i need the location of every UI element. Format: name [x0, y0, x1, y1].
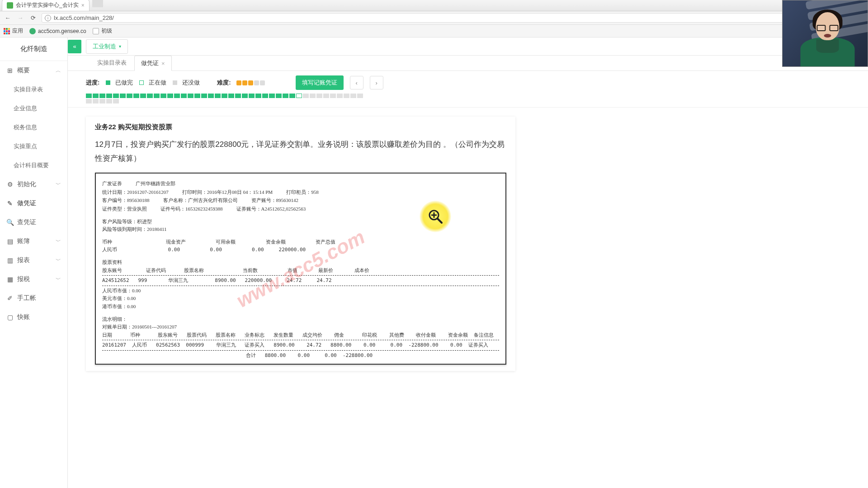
value: 958	[311, 189, 319, 195]
url-text: lx.acc5.com/main_228/	[54, 14, 114, 21]
new-tab-button[interactable]	[92, 0, 103, 7]
nav-label: 概要	[17, 66, 30, 75]
nav-make-voucher[interactable]: ✎ 做凭证	[0, 194, 67, 213]
tab-practice-list[interactable]: 实操目录表	[90, 55, 133, 70]
nav-manual[interactable]: ✐ 手工帐	[0, 289, 67, 308]
nav-label: 初始化	[17, 180, 36, 188]
sidebar-collapse-button[interactable]: «	[68, 40, 81, 53]
task-title: 业务22 购买短期投资股票	[95, 123, 506, 131]
label: 打印柜员：	[286, 189, 311, 195]
legend-doing-icon	[139, 80, 144, 85]
stock-header: 股东账号 证券代码 股票名称 当前数 市值 最新价 成本价	[102, 267, 499, 275]
next-task-button[interactable]: ›	[370, 76, 383, 89]
value: 20161207-20161207	[127, 189, 169, 195]
browser-tab[interactable]: 会计学堂实操中心_会计实 ×	[2, 0, 90, 11]
nav-label: 报税	[17, 275, 30, 283]
value: 积进型	[137, 219, 152, 224]
legend-done-label: 已做完	[115, 79, 133, 87]
mkt-hkd: 港币市值：0.00	[102, 303, 499, 311]
flow-header: 日期 币种 股东账号 股票代码 股票名称 业务标志 发生数量 成交均价 佣金 印…	[102, 331, 499, 339]
chevron-down-icon: ﹀	[56, 181, 61, 188]
site-info-icon[interactable]: i	[45, 15, 51, 21]
bookmark-label: 初级	[101, 27, 112, 35]
label: 客户名称：	[163, 197, 188, 203]
tax-icon: ▦	[6, 276, 14, 283]
reload-icon[interactable]: ⟳	[29, 14, 37, 22]
progress-bar[interactable]	[86, 94, 366, 103]
task-card: 业务22 购买短期投资股票 12月7日，投资户购买广发行的股票228800元，详…	[86, 117, 515, 371]
task-description: 12月7日，投资户购买广发行的股票228800元，详见证券交割单。业务说明：该股…	[95, 138, 506, 165]
nav-key-points[interactable]: 实操重点	[0, 137, 67, 156]
prev-task-button[interactable]: ‹	[350, 76, 363, 89]
value: 2016年12月08日 04：15:14 PM	[207, 189, 273, 195]
address-bar[interactable]: i lx.acc5.com/main_228/	[42, 13, 864, 23]
tab-label: 做凭证	[141, 59, 159, 67]
label: 证件号码：	[160, 206, 185, 211]
nav-label: 手工帐	[17, 294, 36, 302]
difficulty-label: 难度:	[217, 79, 231, 87]
nav-overview[interactable]: ⊞ 概要 ︿	[0, 61, 67, 80]
apps-label: 应用	[12, 27, 23, 35]
value: 广州古兴化纤有限公司	[188, 197, 238, 203]
nav-ledger[interactable]: ▤ 账簿 ﹀	[0, 232, 67, 251]
tab-close-icon[interactable]: ×	[161, 60, 165, 67]
value: 20160501---20161207	[132, 324, 177, 329]
bookmark-gensee[interactable]: acc5com.gensee.co	[29, 28, 86, 34]
progress-label: 进度:	[86, 79, 99, 87]
apps-icon	[4, 28, 10, 34]
bookmark-primary[interactable]: 初级	[93, 27, 112, 35]
report-icon: ▥	[6, 257, 14, 264]
stock-row: A24512652 999 华润三九 8900.00 220000.00 24.…	[102, 277, 499, 285]
tab-label: 实操目录表	[97, 59, 127, 67]
file-icon	[93, 28, 99, 34]
label: 对账单日期：	[102, 324, 132, 329]
doc-icon: ▢	[6, 314, 14, 321]
nav-init[interactable]: ⚙ 初始化 ﹀	[0, 175, 67, 194]
chevron-down-icon: ﹀	[56, 276, 61, 283]
sidebar-title: 化纤制造	[0, 38, 67, 61]
back-icon[interactable]: ←	[4, 14, 12, 22]
nav-tax[interactable]: ▦ 报税 ﹀	[0, 270, 67, 289]
fill-voucher-button[interactable]: 填写记账凭证	[296, 75, 344, 90]
flow-totals: 合计 8800.00 0.00 0.00 -228800.00	[102, 352, 499, 360]
chevron-up-icon: ︿	[56, 67, 61, 75]
nav-tax-info[interactable]: 税务信息	[0, 118, 67, 137]
category-select[interactable]: 工业制造 ▾	[86, 39, 128, 54]
nav-lookup-voucher[interactable]: 🔍 查凭证	[0, 213, 67, 232]
nav-label: 报表	[17, 256, 30, 264]
chevron-down-icon: ▾	[119, 44, 121, 49]
value: 895630188	[127, 197, 150, 203]
label: 风险等级到期时间：	[102, 226, 147, 232]
tab-voucher[interactable]: 做凭证 ×	[134, 56, 172, 71]
nav-quick[interactable]: ▢ 快账	[0, 308, 67, 327]
legend-doing-label: 正在做	[149, 79, 166, 87]
pen-icon: ✐	[6, 295, 14, 302]
nav-company-info[interactable]: 企业信息	[0, 99, 67, 118]
nav-label: 做凭证	[17, 199, 36, 207]
gear-icon: ⚙	[6, 181, 14, 188]
legend-done-icon	[106, 80, 110, 85]
value: 营业执照	[127, 206, 147, 211]
value: 165326232459388	[185, 206, 223, 211]
category-label: 工业制造	[93, 42, 116, 51]
nav-practice-list[interactable]: 实操目录表	[0, 80, 67, 99]
difficulty-stars	[236, 80, 265, 85]
label: 统计日期：	[102, 189, 127, 195]
nav-label: 查凭证	[17, 218, 36, 226]
legend-todo-label: 还没做	[182, 79, 200, 87]
forward-icon[interactable]: →	[16, 14, 24, 22]
apps-button[interactable]: 应用	[4, 27, 23, 35]
chevron-down-icon: ﹀	[56, 257, 61, 264]
nav-label: 快账	[17, 313, 30, 321]
value: 895630142	[276, 197, 299, 203]
nav-report[interactable]: ▥ 报表 ﹀	[0, 251, 67, 270]
nav-subjects[interactable]: 会计科目概要	[0, 156, 67, 175]
label: 客户风险等级：	[102, 219, 137, 224]
label: 客户编号：	[102, 197, 127, 203]
value: 20180411	[147, 226, 167, 232]
nav-label: 实操目录表	[14, 85, 43, 94]
tab-close-icon[interactable]: ×	[81, 2, 85, 9]
nav-label: 企业信息	[14, 104, 37, 113]
receipt-document[interactable]: www.acc5.com 广发证券 广州华穗路营业部	[95, 173, 506, 365]
search-icon: 🔍	[6, 219, 14, 226]
